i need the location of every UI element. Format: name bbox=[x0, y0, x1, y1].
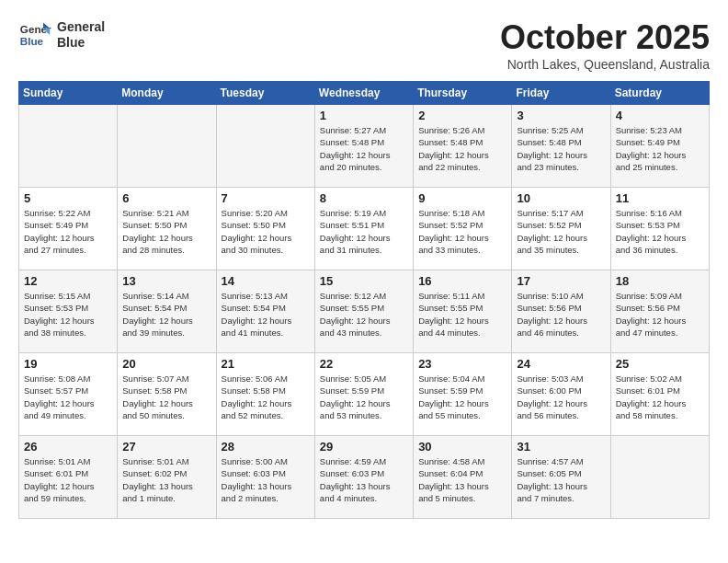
day-number: 18 bbox=[616, 274, 704, 288]
calendar-cell: 8Sunrise: 5:19 AM Sunset: 5:51 PM Daylig… bbox=[314, 188, 413, 270]
day-number: 2 bbox=[418, 109, 506, 122]
day-info: Sunrise: 5:03 AM Sunset: 6:00 PM Dayligh… bbox=[517, 373, 605, 421]
logo: General Blue General Blue bbox=[18, 18, 105, 52]
day-number: 24 bbox=[517, 357, 605, 371]
calendar-cell: 16Sunrise: 5:11 AM Sunset: 5:55 PM Dayli… bbox=[414, 270, 512, 353]
month-year-title: October 2025 bbox=[500, 18, 710, 57]
day-number: 6 bbox=[122, 191, 210, 205]
day-info: Sunrise: 4:59 AM Sunset: 6:03 PM Dayligh… bbox=[320, 455, 408, 504]
calendar-cell: 3Sunrise: 5:25 AM Sunset: 5:48 PM Daylig… bbox=[512, 105, 610, 188]
day-info: Sunrise: 5:09 AM Sunset: 5:56 PM Dayligh… bbox=[616, 290, 704, 339]
calendar-cell: 7Sunrise: 5:20 AM Sunset: 5:50 PM Daylig… bbox=[216, 188, 314, 270]
day-info: Sunrise: 5:20 AM Sunset: 5:50 PM Dayligh… bbox=[222, 207, 310, 256]
calendar-cell: 11Sunrise: 5:16 AM Sunset: 5:53 PM Dayli… bbox=[610, 188, 709, 270]
day-number: 28 bbox=[222, 440, 310, 454]
calendar-table: SundayMondayTuesdayWednesdayThursdayFrid… bbox=[18, 81, 710, 519]
day-number: 17 bbox=[517, 274, 605, 288]
day-number: 12 bbox=[24, 274, 112, 288]
logo-text-blue: Blue bbox=[57, 35, 105, 51]
day-info: Sunrise: 4:57 AM Sunset: 6:05 PM Dayligh… bbox=[517, 455, 605, 504]
day-info: Sunrise: 5:05 AM Sunset: 5:59 PM Dayligh… bbox=[320, 373, 408, 421]
calendar-cell: 2Sunrise: 5:26 AM Sunset: 5:48 PM Daylig… bbox=[414, 105, 512, 188]
calendar-cell: 19Sunrise: 5:08 AM Sunset: 5:57 PM Dayli… bbox=[19, 353, 118, 436]
weekday-header-thursday: Thursday bbox=[414, 82, 512, 105]
calendar-cell: 26Sunrise: 5:01 AM Sunset: 6:01 PM Dayli… bbox=[19, 436, 118, 519]
day-number: 23 bbox=[418, 357, 506, 371]
calendar-cell: 23Sunrise: 5:04 AM Sunset: 5:59 PM Dayli… bbox=[414, 353, 512, 436]
day-info: Sunrise: 5:17 AM Sunset: 5:52 PM Dayligh… bbox=[517, 207, 605, 256]
calendar-cell: 14Sunrise: 5:13 AM Sunset: 5:54 PM Dayli… bbox=[216, 270, 314, 353]
logo-icon: General Blue bbox=[18, 18, 51, 52]
day-number: 5 bbox=[24, 191, 112, 205]
day-info: Sunrise: 5:02 AM Sunset: 6:01 PM Dayligh… bbox=[616, 373, 704, 421]
calendar-cell: 18Sunrise: 5:09 AM Sunset: 5:56 PM Dayli… bbox=[610, 270, 709, 353]
weekday-header-tuesday: Tuesday bbox=[216, 82, 314, 105]
weekday-header-wednesday: Wednesday bbox=[314, 82, 413, 105]
calendar-cell: 24Sunrise: 5:03 AM Sunset: 6:00 PM Dayli… bbox=[512, 353, 610, 436]
day-number: 1 bbox=[320, 109, 408, 122]
day-number: 21 bbox=[222, 357, 310, 371]
day-number: 3 bbox=[517, 109, 605, 122]
calendar-cell: 10Sunrise: 5:17 AM Sunset: 5:52 PM Dayli… bbox=[512, 188, 610, 270]
calendar-cell: 20Sunrise: 5:07 AM Sunset: 5:58 PM Dayli… bbox=[118, 353, 216, 436]
calendar-cell: 27Sunrise: 5:01 AM Sunset: 6:02 PM Dayli… bbox=[118, 436, 216, 519]
day-number: 14 bbox=[222, 274, 310, 288]
calendar-week-2: 5Sunrise: 5:22 AM Sunset: 5:49 PM Daylig… bbox=[19, 188, 710, 270]
calendar-cell: 12Sunrise: 5:15 AM Sunset: 5:53 PM Dayli… bbox=[19, 270, 118, 353]
day-info: Sunrise: 5:19 AM Sunset: 5:51 PM Dayligh… bbox=[320, 207, 408, 256]
day-number: 29 bbox=[320, 440, 408, 454]
calendar-cell: 13Sunrise: 5:14 AM Sunset: 5:54 PM Dayli… bbox=[118, 270, 216, 353]
day-info: Sunrise: 5:27 AM Sunset: 5:48 PM Dayligh… bbox=[320, 124, 408, 173]
day-number: 10 bbox=[517, 191, 605, 205]
day-info: Sunrise: 5:01 AM Sunset: 6:02 PM Dayligh… bbox=[122, 455, 210, 504]
day-info: Sunrise: 5:13 AM Sunset: 5:54 PM Dayligh… bbox=[222, 290, 310, 339]
svg-text:Blue: Blue bbox=[20, 35, 44, 47]
day-info: Sunrise: 5:15 AM Sunset: 5:53 PM Dayligh… bbox=[24, 290, 112, 339]
day-info: Sunrise: 5:11 AM Sunset: 5:55 PM Dayligh… bbox=[418, 290, 506, 339]
day-number: 15 bbox=[320, 274, 408, 288]
day-number: 26 bbox=[24, 440, 112, 454]
calendar-cell bbox=[610, 436, 709, 519]
calendar-cell: 31Sunrise: 4:57 AM Sunset: 6:05 PM Dayli… bbox=[512, 436, 610, 519]
day-number: 30 bbox=[418, 440, 506, 454]
day-info: Sunrise: 5:16 AM Sunset: 5:53 PM Dayligh… bbox=[616, 207, 704, 256]
day-info: Sunrise: 5:04 AM Sunset: 5:59 PM Dayligh… bbox=[418, 373, 506, 421]
day-number: 16 bbox=[418, 274, 506, 288]
calendar-cell: 4Sunrise: 5:23 AM Sunset: 5:49 PM Daylig… bbox=[610, 105, 709, 188]
day-info: Sunrise: 4:58 AM Sunset: 6:04 PM Dayligh… bbox=[418, 455, 506, 504]
calendar-cell: 21Sunrise: 5:06 AM Sunset: 5:58 PM Dayli… bbox=[216, 353, 314, 436]
calendar-cell bbox=[19, 105, 118, 188]
day-number: 20 bbox=[122, 357, 210, 371]
day-info: Sunrise: 5:25 AM Sunset: 5:48 PM Dayligh… bbox=[517, 124, 605, 173]
day-number: 13 bbox=[122, 274, 210, 288]
weekday-header-sunday: Sunday bbox=[19, 82, 118, 105]
day-number: 31 bbox=[517, 440, 605, 454]
weekday-header-row: SundayMondayTuesdayWednesdayThursdayFrid… bbox=[19, 82, 710, 105]
calendar-cell: 5Sunrise: 5:22 AM Sunset: 5:49 PM Daylig… bbox=[19, 188, 118, 270]
calendar-cell: 6Sunrise: 5:21 AM Sunset: 5:50 PM Daylig… bbox=[118, 188, 216, 270]
calendar-week-5: 26Sunrise: 5:01 AM Sunset: 6:01 PM Dayli… bbox=[19, 436, 710, 519]
day-info: Sunrise: 5:12 AM Sunset: 5:55 PM Dayligh… bbox=[320, 290, 408, 339]
calendar-week-4: 19Sunrise: 5:08 AM Sunset: 5:57 PM Dayli… bbox=[19, 353, 710, 436]
day-info: Sunrise: 5:07 AM Sunset: 5:58 PM Dayligh… bbox=[122, 373, 210, 421]
weekday-header-monday: Monday bbox=[118, 82, 216, 105]
calendar-cell: 28Sunrise: 5:00 AM Sunset: 6:03 PM Dayli… bbox=[216, 436, 314, 519]
day-number: 8 bbox=[320, 191, 408, 205]
day-info: Sunrise: 5:08 AM Sunset: 5:57 PM Dayligh… bbox=[24, 373, 112, 421]
day-number: 19 bbox=[24, 357, 112, 371]
logo-text-general: General bbox=[57, 19, 105, 35]
calendar-cell bbox=[118, 105, 216, 188]
day-info: Sunrise: 5:21 AM Sunset: 5:50 PM Dayligh… bbox=[122, 207, 210, 256]
day-info: Sunrise: 5:01 AM Sunset: 6:01 PM Dayligh… bbox=[24, 455, 112, 504]
day-info: Sunrise: 5:18 AM Sunset: 5:52 PM Dayligh… bbox=[418, 207, 506, 256]
day-number: 4 bbox=[616, 109, 704, 122]
day-info: Sunrise: 5:00 AM Sunset: 6:03 PM Dayligh… bbox=[222, 455, 310, 504]
calendar-cell bbox=[216, 105, 314, 188]
calendar-cell: 30Sunrise: 4:58 AM Sunset: 6:04 PM Dayli… bbox=[414, 436, 512, 519]
calendar-cell: 17Sunrise: 5:10 AM Sunset: 5:56 PM Dayli… bbox=[512, 270, 610, 353]
day-info: Sunrise: 5:14 AM Sunset: 5:54 PM Dayligh… bbox=[122, 290, 210, 339]
day-number: 27 bbox=[122, 440, 210, 454]
day-number: 11 bbox=[616, 191, 704, 205]
day-number: 22 bbox=[320, 357, 408, 371]
calendar-cell: 15Sunrise: 5:12 AM Sunset: 5:55 PM Dayli… bbox=[314, 270, 413, 353]
